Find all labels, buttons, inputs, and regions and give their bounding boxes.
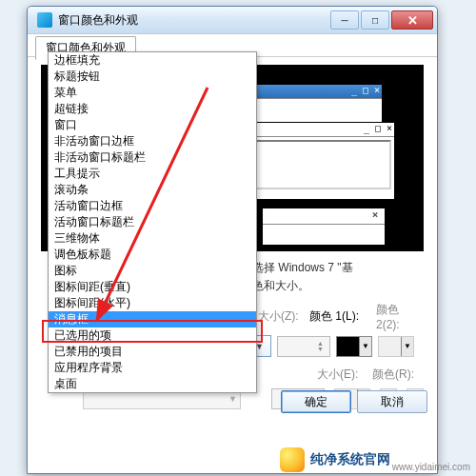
dropdown-item[interactable]: 调色板标题 (49, 247, 256, 263)
color2-swatch: ▼ (378, 336, 414, 357)
ok-button[interactable]: 确定 (281, 390, 351, 413)
cancel-button[interactable]: 取消 (357, 390, 427, 413)
dropdown-item[interactable]: 菜单 (49, 85, 256, 101)
dropdown-item[interactable]: 标题按钮 (49, 69, 256, 85)
dropdown-item[interactable]: 图标间距(水平) (49, 295, 256, 311)
app-icon (37, 12, 52, 28)
dropdown-item[interactable]: 非活动窗口边框 (49, 133, 256, 149)
dropdown-item[interactable]: 滚动条 (49, 182, 256, 198)
preview-message-box: × (262, 208, 386, 246)
window-title: 窗口颜色和外观 (58, 12, 328, 29)
watermark-logo (280, 447, 305, 472)
chevron-down-icon: ▼ (401, 337, 413, 356)
dropdown-item[interactable]: 应用程序背景 (49, 360, 256, 376)
dropdown-item[interactable]: 活动窗口标题栏 (49, 214, 256, 230)
dropdown-item[interactable]: 桌面 (49, 376, 256, 392)
dropdown-item[interactable]: 工具提示 (49, 166, 256, 182)
font-color-label: 颜色(R): (372, 367, 424, 383)
watermark: 纯净系统官网 www.yidaimei.com (280, 447, 470, 472)
maximize-button[interactable]: □ (361, 10, 389, 30)
dropdown-item[interactable]: 超链接 (49, 101, 256, 117)
color1-swatch[interactable]: ▼ (336, 336, 372, 357)
dropdown-item[interactable]: 边框填充 (49, 52, 256, 69)
size-label: 大小(Z): (258, 308, 304, 325)
minimize-button[interactable]: ─ (330, 10, 359, 30)
close-icon: × (367, 208, 383, 222)
close-button[interactable]: ✕ (391, 10, 433, 30)
dropdown-item[interactable]: 消息框 (49, 311, 256, 327)
button-bar: 确定 取消 (281, 390, 427, 413)
dropdown-item[interactable]: 已选用的项 (49, 327, 256, 344)
titlebar[interactable]: 窗口颜色和外观 ─ □ ✕ (28, 7, 437, 34)
font-size-label: 大小(E): (317, 367, 363, 383)
chevron-down-icon: ▼ (359, 337, 371, 356)
dropdown-item[interactable]: 已禁用的项目 (49, 344, 256, 360)
dropdown-item[interactable]: 图标 (49, 263, 256, 279)
color1-label: 颜色 1(L): (309, 308, 370, 325)
size-spinner: ▲▼ (277, 336, 330, 357)
dropdown-item[interactable]: 窗口 (49, 117, 256, 133)
dropdown-item[interactable]: 非活动窗口标题栏 (49, 149, 256, 166)
color2-label: 颜色 2(2): (376, 302, 424, 331)
dropdown-item[interactable]: 图标间距(垂直) (49, 279, 256, 295)
dropdown-item[interactable]: 三维物体 (49, 230, 256, 247)
item-dropdown-list[interactable]: 边框填充标题按钮菜单超链接窗口非活动窗口边框非活动窗口标题栏工具提示滚动条活动窗… (48, 51, 257, 393)
dropdown-item[interactable]: 活动窗口边框 (49, 198, 256, 214)
